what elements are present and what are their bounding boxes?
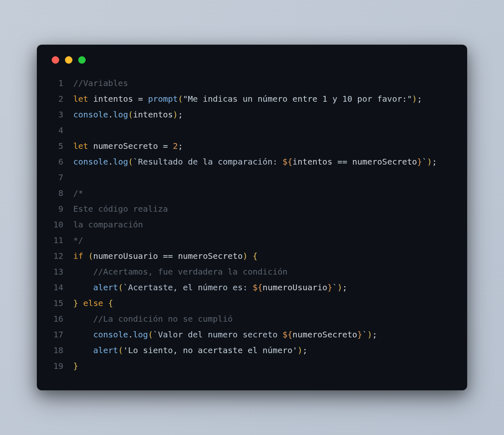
token-paren: ( [128, 157, 133, 167]
code-line: 15} else { [50, 295, 454, 311]
token-comment: //La condición no se cumplió [93, 314, 233, 324]
token-func: log [113, 157, 128, 167]
code-line: 14 alert(`Acertaste, el número es: ${num… [50, 280, 454, 295]
token-ident: intentos [93, 94, 133, 104]
token-comment: /* [73, 188, 83, 198]
token-brace: { [108, 298, 113, 308]
token-ident: . [128, 330, 133, 339]
token-func: alert [93, 282, 118, 292]
token-paren: ) [427, 157, 432, 167]
line-number: 8 [50, 185, 63, 201]
token-interp-var: intentos [293, 157, 332, 167]
code-content: //Variables [73, 75, 454, 91]
token-ident: . [108, 157, 113, 167]
line-number: 13 [50, 264, 63, 280]
token-interp-var: numeroUsuario [263, 282, 328, 292]
token-ident [168, 141, 173, 151]
token-paren: ( [118, 282, 123, 292]
token-func: alert [93, 345, 118, 355]
token-op: == [337, 157, 347, 167]
token-ident [133, 94, 138, 104]
token-ident: ; [178, 110, 183, 120]
token-op: == [163, 251, 173, 261]
line-number: 19 [50, 358, 63, 374]
token-paren: ) [242, 251, 247, 261]
line-number: 2 [50, 91, 63, 107]
token-ident [73, 330, 93, 339]
code-content: la comparación [73, 217, 454, 232]
code-line: 7 [50, 170, 454, 185]
token-paren: ( [88, 251, 93, 261]
code-content: console.log(`Valor del numero secreto ${… [73, 327, 454, 342]
line-number: 9 [50, 201, 63, 217]
code-line: 19} [50, 358, 454, 374]
code-line: 6console.log(`Resultado de la comparació… [50, 154, 454, 170]
code-window: 1//Variables2let intentos = prompt("Me i… [37, 45, 467, 390]
code-editor[interactable]: 1//Variables2let intentos = prompt("Me i… [50, 75, 454, 374]
token-ident [83, 251, 88, 261]
token-ident: ; [417, 94, 422, 104]
token-interp-var: numeroSecreto [352, 157, 417, 167]
code-line: 4 [50, 122, 454, 138]
code-line: 9Este código realiza [50, 201, 454, 217]
token-method-obj: console [93, 330, 128, 339]
token-template: `Valor del numero secreto [153, 330, 283, 339]
token-paren: ) [173, 110, 178, 120]
token-func: prompt [148, 94, 178, 104]
token-ident [103, 298, 108, 308]
token-template: `Acertaste, el número es: [123, 282, 252, 292]
code-content: */ [73, 232, 454, 248]
token-method-obj: console [73, 110, 108, 120]
token-ident: ; [178, 141, 183, 151]
token-ident [143, 94, 148, 104]
token-op: = [163, 141, 168, 151]
token-comment: Este código realiza [73, 204, 168, 214]
code-content: console.log(`Resultado de la comparación… [73, 154, 454, 170]
token-template: ` [332, 282, 337, 292]
token-comment: */ [73, 235, 83, 245]
code-content: let numeroSecreto = 2; [73, 138, 454, 154]
token-paren: ) [298, 345, 302, 355]
token-ident [88, 94, 93, 104]
line-number: 3 [50, 107, 63, 122]
token-keyword: let [73, 141, 88, 151]
token-paren: ) [412, 94, 417, 104]
token-ident: ; [302, 345, 307, 355]
code-content [73, 170, 454, 185]
token-paren: ( [118, 345, 123, 355]
code-line: 13 //Acertamos, fue verdadera la condici… [50, 264, 454, 280]
maximize-icon[interactable] [78, 56, 86, 64]
token-template: ` [422, 157, 427, 167]
token-method-obj: console [73, 157, 108, 167]
code-line: 12if (numeroUsuario == numeroSecreto) { [50, 248, 454, 264]
token-paren: ( [178, 94, 183, 104]
code-line: 5let numeroSecreto = 2; [50, 138, 454, 154]
token-interp-var: numeroSecreto [293, 330, 358, 339]
token-string: 'Lo siento, no acertaste el número' [123, 345, 297, 355]
minimize-icon[interactable] [65, 56, 72, 64]
code-line: 18 alert('Lo siento, no acertaste el núm… [50, 342, 454, 358]
token-ident: intentos [133, 110, 173, 120]
token-ident: ; [432, 157, 437, 167]
token-brace: } [73, 361, 78, 371]
code-content: } [73, 358, 454, 374]
token-interp: ${ [253, 282, 263, 292]
code-content: //Acertamos, fue verdadera la condición [73, 264, 454, 280]
token-paren: ) [337, 282, 342, 292]
code-content: alert(`Acertaste, el número es: ${numero… [73, 280, 454, 295]
token-comment: //Variables [73, 78, 128, 88]
token-interp: ${ [283, 330, 293, 339]
code-line: 8/* [50, 185, 454, 201]
token-keyword: let [73, 94, 88, 104]
token-paren: ) [367, 330, 372, 339]
line-number: 5 [50, 138, 63, 154]
token-ident [73, 267, 93, 277]
token-ident [73, 345, 93, 355]
close-icon[interactable] [52, 56, 59, 64]
code-content: let intentos = prompt("Me indicas un núm… [73, 91, 454, 107]
code-line: 11*/ [50, 232, 454, 248]
token-keyword: if [73, 251, 83, 261]
token-ident [158, 141, 163, 151]
code-content: Este código realiza [73, 201, 454, 217]
token-ident: . [108, 110, 113, 120]
